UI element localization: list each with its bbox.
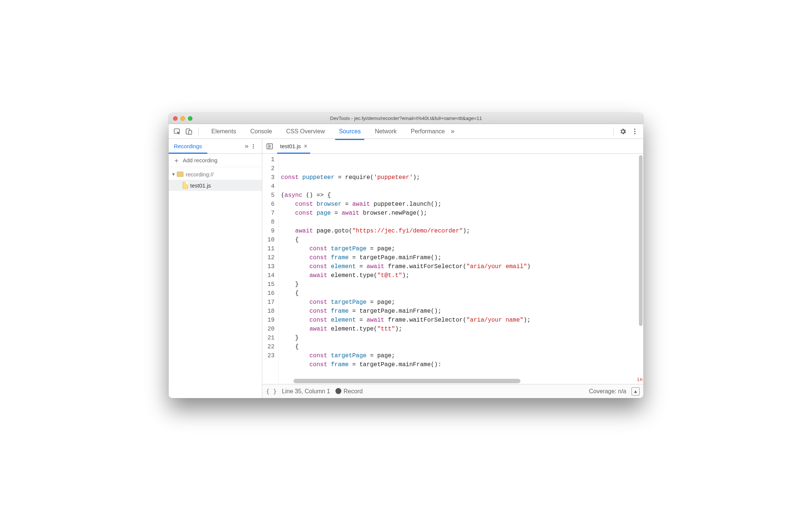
tree-file-row[interactable]: test01.js — [169, 180, 262, 191]
sidebar: Recordings » ＋ Add recording ▼ recording… — [169, 139, 262, 398]
more-tabs-icon[interactable]: » — [448, 127, 457, 135]
close-window-button[interactable] — [173, 116, 178, 121]
add-recording-button[interactable]: ＋ Add recording — [169, 154, 262, 167]
code-line[interactable]: const page = await browser.newPage(); — [281, 209, 643, 218]
vertical-scrollbar[interactable] — [639, 155, 643, 374]
file-icon — [183, 182, 188, 189]
code-line[interactable]: const browser = await puppeteer.launch()… — [281, 200, 643, 209]
file-label: test01.js — [190, 182, 211, 189]
main-tab-network[interactable]: Network — [373, 125, 398, 138]
code-line[interactable]: { — [281, 342, 643, 351]
code-line[interactable]: const targetPage = page; — [281, 244, 643, 253]
record-button[interactable]: Record — [335, 388, 363, 395]
statusbar: { } Line 35, Column 1 Record Coverage: n… — [262, 384, 643, 398]
code-line[interactable]: } — [281, 280, 643, 289]
zoom-window-button[interactable] — [188, 116, 192, 121]
main-toolbar: ElementsConsoleCSS OverviewSourcesNetwor… — [169, 124, 643, 139]
svg-point-5 — [634, 133, 636, 134]
editor-tabbar: test01.js × — [262, 139, 643, 154]
code-line[interactable]: const frame = targetPage.mainFrame(); — [281, 253, 643, 262]
code-line[interactable]: (async () => { — [281, 191, 643, 200]
main-tab-elements[interactable]: Elements — [210, 125, 238, 138]
more-options-icon[interactable] — [630, 127, 640, 136]
main-tab-performance[interactable]: Performance — [409, 125, 446, 138]
code-line[interactable]: await element.type("ttt"); — [281, 325, 643, 333]
folder-icon — [177, 172, 183, 177]
editor-tab[interactable]: test01.js × — [277, 139, 310, 153]
editor-area: test01.js × 1234567891011121314151617181… — [262, 139, 643, 398]
settings-gear-icon[interactable] — [618, 127, 628, 136]
device-toggle-icon[interactable] — [184, 127, 194, 136]
add-recording-label: Add recording — [183, 157, 217, 163]
tree-folder-row[interactable]: ▼ recording:// — [169, 169, 262, 180]
code-content[interactable]: const puppeteer = require('puppeteer'); … — [279, 154, 643, 384]
body: Recordings » ＋ Add recording ▼ recording… — [169, 139, 643, 398]
collapse-bottom-icon[interactable]: ▲ — [631, 387, 640, 396]
main-tabset: ElementsConsoleCSS OverviewSourcesNetwor… — [210, 125, 446, 138]
code-line[interactable]: const element = await frame.waitForSelec… — [281, 316, 643, 325]
traffic-lights — [173, 116, 192, 121]
disclosure-triangle-icon[interactable]: ▼ — [171, 172, 176, 176]
record-dot-icon — [335, 388, 341, 394]
svg-rect-2 — [189, 130, 192, 134]
cursor-position: Line 35, Column 1 — [282, 388, 330, 395]
code-line[interactable]: await page.goto("https://jec.fyi/demo/re… — [281, 227, 643, 235]
main-tab-sources[interactable]: Sources — [337, 125, 362, 138]
main-tab-css-overview[interactable]: CSS Overview — [285, 125, 326, 138]
editor-tab-label: test01.js — [280, 143, 301, 149]
code-line[interactable]: const frame = targetPage.mainFrame(): — [281, 360, 643, 369]
window-title: DevTools - jec.fyi/demo/recorder?email=t… — [330, 115, 482, 121]
navigator-toggle-icon[interactable] — [265, 142, 274, 151]
devtools-window: DevTools - jec.fyi/demo/recorder?email=t… — [169, 113, 643, 398]
truncated-text: in — [637, 375, 643, 384]
sidebar-header: Recordings » — [169, 139, 262, 154]
code-editor[interactable]: 1234567891011121314151617181920212223 co… — [262, 154, 643, 384]
file-tree: ▼ recording:// test01.js — [169, 167, 262, 192]
pretty-print-icon[interactable]: { } — [266, 388, 277, 395]
svg-point-8 — [253, 147, 254, 149]
line-gutter: 1234567891011121314151617181920212223 — [262, 154, 279, 384]
code-line[interactable]: const targetPage = page; — [281, 298, 643, 307]
code-line[interactable]: { — [281, 235, 643, 244]
main-tab-console[interactable]: Console — [249, 125, 274, 138]
sidebar-options-icon[interactable] — [251, 144, 259, 149]
coverage-status: Coverage: n/a — [589, 388, 626, 395]
sidebar-tab-recordings[interactable]: Recordings — [169, 139, 207, 153]
minimize-window-button[interactable] — [181, 116, 185, 121]
code-line[interactable]: const puppeteer = require('puppeteer'); — [281, 173, 643, 182]
folder-label: recording:// — [186, 171, 214, 178]
separator — [198, 127, 199, 136]
separator — [613, 127, 614, 136]
code-line[interactable] — [281, 218, 643, 227]
inspect-element-icon[interactable] — [172, 127, 182, 136]
code-line[interactable]: const frame = targetPage.mainFrame(); — [281, 307, 643, 316]
svg-point-3 — [634, 128, 636, 130]
svg-point-4 — [634, 131, 636, 132]
svg-point-7 — [253, 146, 254, 147]
code-line[interactable]: { — [281, 289, 643, 298]
code-line[interactable]: const element = await frame.waitForSelec… — [281, 262, 643, 271]
horizontal-scrollbar[interactable] — [293, 379, 637, 383]
plus-icon: ＋ — [173, 157, 180, 164]
sidebar-more-tabs-icon[interactable]: » — [243, 142, 251, 150]
code-line[interactable] — [281, 182, 643, 191]
code-line[interactable]: const targetPage = page; — [281, 351, 643, 360]
code-line[interactable]: } — [281, 333, 643, 342]
svg-point-6 — [253, 144, 254, 145]
titlebar: DevTools - jec.fyi/demo/recorder?email=t… — [169, 113, 643, 124]
close-tab-icon[interactable]: × — [304, 143, 307, 150]
code-line[interactable]: await element.type("t@t.t"); — [281, 271, 643, 280]
